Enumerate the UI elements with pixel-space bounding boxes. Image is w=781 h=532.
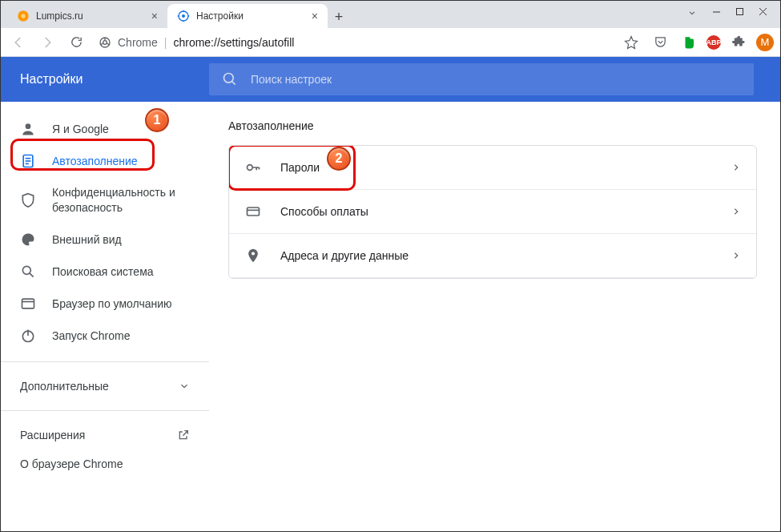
chevron-right-icon xyxy=(732,208,740,216)
sidebar-label: Внешний вид xyxy=(52,233,122,246)
svg-line-16 xyxy=(107,43,109,45)
url-scheme: Chrome xyxy=(118,36,158,49)
svg-line-18 xyxy=(232,82,236,85)
bookmark-star-icon[interactable] xyxy=(620,31,642,54)
svg-point-17 xyxy=(224,74,234,83)
svg-point-13 xyxy=(103,40,107,44)
tab-settings[interactable]: Настройки × xyxy=(167,4,328,28)
chrome-logo-icon xyxy=(99,36,111,49)
url-text: chrome://settings/autofill xyxy=(173,36,294,49)
svg-rect-26 xyxy=(22,299,34,308)
sidebar-item-advanced[interactable]: Дополнительные xyxy=(1,372,209,401)
extensions-icon[interactable] xyxy=(727,31,750,54)
sidebar-label: Автозаполнение xyxy=(52,155,138,167)
address-bar[interactable]: Chrome | chrome://settings/autofill xyxy=(94,36,614,49)
adblock-icon[interactable]: ABP xyxy=(707,35,721,50)
close-icon[interactable]: × xyxy=(312,10,318,22)
power-icon xyxy=(20,328,36,344)
sidebar-label: Поисковая система xyxy=(52,265,154,278)
sidebar-item-extensions[interactable]: Расширения xyxy=(1,421,209,449)
svg-rect-9 xyxy=(737,9,743,15)
person-icon xyxy=(20,121,36,137)
key-icon xyxy=(245,159,261,175)
palette-icon xyxy=(20,232,36,248)
settings-search[interactable] xyxy=(209,63,754,95)
settings-header: Настройки xyxy=(1,57,780,102)
chevron-down-icon xyxy=(179,381,190,392)
divider xyxy=(1,361,209,362)
tabstrip: Lumpics.ru × Настройки × + xyxy=(1,1,780,28)
back-button[interactable] xyxy=(7,31,30,54)
tabs-dropdown-icon[interactable] xyxy=(686,7,698,18)
svg-point-30 xyxy=(248,165,253,171)
profile-avatar[interactable]: M xyxy=(756,34,774,51)
new-tab-button[interactable]: + xyxy=(328,6,350,28)
page-title: Настройки xyxy=(1,72,209,87)
browser-icon xyxy=(20,296,36,312)
maximize-icon[interactable] xyxy=(735,7,744,18)
svg-rect-34 xyxy=(248,208,260,216)
open-external-icon xyxy=(177,429,190,441)
sidebar-item-autofill[interactable]: Автозаполнение xyxy=(1,145,209,177)
annotation-badge-1: 1 xyxy=(145,108,169,132)
row-passwords[interactable]: Пароли xyxy=(229,146,756,190)
sidebar-label: Конфиденциальность и безопасность xyxy=(52,185,190,216)
svg-point-1 xyxy=(21,14,25,18)
sidebar-label: Дополнительные xyxy=(20,380,109,393)
favicon-settings xyxy=(177,10,190,22)
favicon-lumpics xyxy=(17,10,30,22)
sidebar-label: Браузер по умолчанию xyxy=(52,297,172,310)
minimize-icon[interactable] xyxy=(712,7,721,18)
sidebar-item-on-startup[interactable]: Запуск Chrome xyxy=(1,320,209,352)
svg-line-25 xyxy=(30,273,34,277)
sidebar-item-you-and-google[interactable]: Я и Google xyxy=(1,113,209,145)
sidebar-label: Запуск Chrome xyxy=(52,329,130,342)
row-label: Способы оплаты xyxy=(280,205,732,218)
card-icon xyxy=(245,204,261,220)
chevron-right-icon xyxy=(732,252,740,260)
search-icon xyxy=(20,264,36,280)
svg-point-24 xyxy=(22,266,30,274)
close-icon[interactable]: × xyxy=(151,10,158,22)
tab-title: Lumpics.ru xyxy=(36,10,145,22)
row-addresses[interactable]: Адреса и другие данные xyxy=(229,234,756,278)
sidebar-item-about[interactable]: О браузере Chrome xyxy=(1,449,209,478)
sidebar-item-search-engine[interactable]: Поисковая система xyxy=(1,256,209,288)
forward-button[interactable] xyxy=(36,31,58,54)
annotation-badge-2: 2 xyxy=(327,147,351,171)
toolbar: Chrome | chrome://settings/autofill ABP … xyxy=(1,28,780,57)
sidebar-label: Я и Google xyxy=(52,123,109,135)
pocket-icon[interactable] xyxy=(649,31,671,54)
tab-lumpics[interactable]: Lumpics.ru × xyxy=(7,4,167,28)
evernote-icon[interactable] xyxy=(678,31,700,54)
sidebar: Я и Google Автозаполнение Конфиденциальн… xyxy=(1,102,209,523)
section-title: Автозаполнение xyxy=(228,119,761,132)
content: Автозаполнение Пароли Способы оплаты Адр… xyxy=(209,102,780,523)
svg-point-3 xyxy=(182,14,185,18)
location-icon xyxy=(245,248,261,264)
sidebar-item-privacy[interactable]: Конфиденциальность и безопасность xyxy=(1,177,209,224)
chevron-right-icon xyxy=(732,163,740,171)
row-label: Адреса и другие данные xyxy=(280,249,732,262)
shield-icon xyxy=(20,192,36,208)
reload-button[interactable] xyxy=(65,31,87,54)
sidebar-label: О браузере Chrome xyxy=(20,457,123,470)
tab-title: Настройки xyxy=(196,10,305,22)
sidebar-item-default-browser[interactable]: Браузер по умолчанию xyxy=(1,288,209,320)
window-controls xyxy=(686,1,780,18)
window-close-icon[interactable] xyxy=(759,7,767,18)
autofill-icon xyxy=(20,153,36,169)
svg-point-19 xyxy=(26,123,31,129)
search-input[interactable] xyxy=(251,73,741,86)
sidebar-item-appearance[interactable]: Внешний вид xyxy=(1,224,209,256)
svg-point-36 xyxy=(252,252,255,255)
row-payment-methods[interactable]: Способы оплаты xyxy=(229,190,756,234)
svg-line-15 xyxy=(101,43,103,45)
search-icon xyxy=(222,71,238,87)
divider xyxy=(1,410,209,411)
settings-card: Пароли Способы оплаты Адреса и другие да… xyxy=(228,145,757,279)
sidebar-label: Расширения xyxy=(20,429,85,441)
